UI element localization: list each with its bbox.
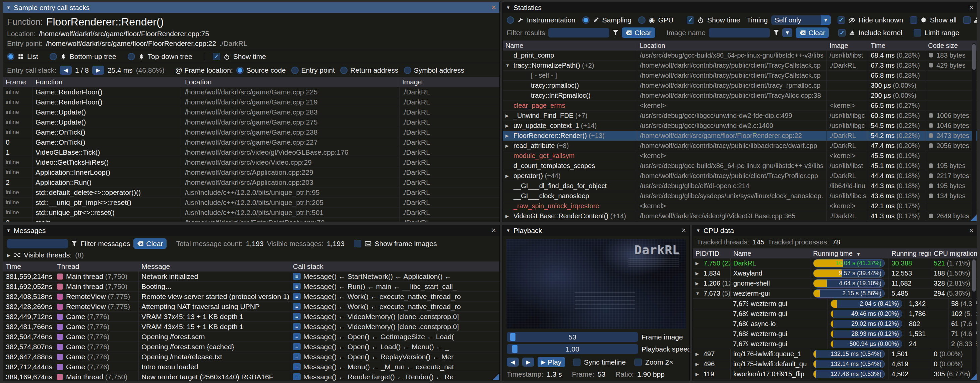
message-row[interactable]: 382,428,269ns RemoteView (7,775) Attempt… [3, 302, 500, 312]
callstack-text[interactable]: Message() ← Menu() ← _M_run ← execute_na… [303, 363, 454, 371]
frame-image-slider[interactable]: 53 [507, 332, 638, 342]
next-stack-button[interactable]: ▶ [92, 66, 104, 74]
cpu-thread-row[interactable]: 7,680 async-io 29.02 ms (0.12%) 802 61 (… [693, 319, 977, 329]
stat-function-name[interactable]: clear_page_erms [514, 102, 565, 109]
stats-table-header[interactable]: Name Location Image Time Code size [503, 41, 977, 51]
callstack-list-icon[interactable]: ≡ [293, 363, 301, 370]
call-stack-frame-row[interactable]: 3 main /home/wolf/darkrl/src/EntryPointP… [3, 218, 500, 222]
message-row[interactable]: 382,504,746ns Game (7,776) Opening /fore… [3, 332, 500, 342]
play-button[interactable]: ▶ Play [538, 357, 565, 367]
call-stack-frame-row[interactable]: 1 VideoGLBase::Tick() /home/wolf/darkrl/… [3, 147, 500, 157]
close-icon[interactable]: × [492, 4, 496, 11]
stat-function-name[interactable]: tracy::InitRpmalloc() [514, 92, 590, 100]
callstack-list-icon[interactable]: ≡ [293, 273, 301, 280]
cpu-thread-row[interactable]: ▶ 7,750 (22) DarkRL 10.04 s (41.37%) 30,… [693, 258, 977, 269]
collapse-caret-icon[interactable]: ▼ [506, 5, 511, 10]
callstack-list-icon[interactable]: ≡ [293, 323, 301, 330]
stat-function-name[interactable]: FloorRenderer::Render() [514, 132, 587, 139]
cpu-scrollbar[interactable] [972, 259, 976, 379]
running-time-bar[interactable]: 49.46 ms (0.20%) [830, 310, 902, 318]
call-stack-frame-row[interactable]: inline std::default_delete<>::operator()… [3, 187, 500, 198]
message-row[interactable]: 382,449,712ns Game (7,776) VRAM 37x45: 1… [3, 312, 500, 322]
running-time-bar[interactable]: 500.94 µs (0.00%) [830, 340, 902, 348]
expander-icon[interactable]: ▶ [695, 362, 703, 367]
instrumentation-radio[interactable] [507, 16, 514, 24]
message-row[interactable]: 382,647,488ns Game (7,776) Opening /meta… [3, 352, 500, 362]
cpu-table-header[interactable]: PID/TID Name Running time ▼ Running regi… [693, 248, 977, 258]
limit-range-checkbox[interactable] [914, 29, 921, 36]
frame-function[interactable]: Application::InnerLoop() [35, 168, 110, 176]
expander-icon[interactable]: ▶ [506, 123, 514, 128]
frame-function[interactable]: std::default_delete<>::operator()() [35, 188, 141, 196]
collapse-caret-icon[interactable]: ▼ [6, 5, 11, 10]
callstack-text[interactable]: Message() ← VideoMemory() [clone .constp… [303, 313, 459, 321]
callstack-text[interactable]: Message() ← Open() ← ReplayVersion() ← M… [303, 353, 453, 361]
frame-function[interactable]: Game::RenderFloor() [35, 98, 103, 106]
stats-row[interactable]: clear_page_erms <kernel> <kernel> 66.5 m… [503, 101, 977, 111]
message-row[interactable]: 382,574,807ns Game (7,776) Opening /fore… [3, 342, 500, 352]
message-row[interactable]: 382,481,766ns Game (7,776) VRAM 43x45: 1… [3, 322, 500, 332]
stats-row[interactable]: d_count_templates_scopes /usr/src/debug/… [503, 161, 977, 171]
running-time-bar[interactable]: 29.02 ms (0.12%) [830, 320, 902, 328]
cpu-thread-row[interactable]: ▶ 119 kworker/u17:0+i915_flip 127.48 ms … [693, 369, 977, 379]
step-back-button[interactable]: ◀ [507, 358, 519, 367]
call-stack-frame-row[interactable]: inline std::__uniq_ptr_impl<>::reset() /… [3, 198, 500, 207]
running-time-bar[interactable]: 132.15 ms (0.54%) [813, 350, 885, 358]
image-filter-dropdown-button[interactable]: ▼ [782, 28, 792, 37]
sort-icon[interactable]: ▼ [856, 252, 861, 257]
frame-function[interactable]: Game::OnTick() [35, 128, 86, 136]
show-time-checkbox[interactable] [687, 16, 694, 24]
stat-function-name[interactable]: d_count_templates_scopes [514, 162, 595, 170]
message-row[interactable]: 381,559,214ns Main thread (7,750) Networ… [3, 272, 500, 282]
stats-scrollbar[interactable] [972, 43, 976, 221]
call-stack-frame-row[interactable]: inline Video::GetTicksHiRes() /home/wolf… [3, 157, 500, 168]
stat-function-name[interactable]: tracy::rpmalloc() [514, 82, 579, 89]
expander-icon[interactable]: ▶ [506, 133, 514, 138]
stats-row[interactable]: ▼ tracy::NormalizePath() (+2) /home/wolf… [503, 60, 977, 71]
expander-icon[interactable]: ▼ [695, 291, 703, 296]
stat-function-name[interactable]: [ - self - ] [514, 72, 557, 79]
call-stack-frame-row[interactable]: inline std::unique_ptr<>::reset() /usr/i… [3, 207, 500, 218]
cpu-thread-row[interactable]: 7,688 wezterm-gui 28.93 ms (0.12%) 1,531… [693, 329, 977, 339]
close-icon[interactable]: × [682, 227, 686, 234]
frame-function[interactable]: std::__uniq_ptr_impl<>::reset() [35, 199, 131, 207]
expander-icon[interactable]: ▶ [695, 261, 703, 266]
include-kernel-checkbox[interactable] [838, 29, 846, 36]
running-time-bar[interactable]: 2.15 s (8.86%) [813, 289, 885, 298]
expander-icon[interactable]: ▶ [506, 173, 514, 179]
stat-function-name[interactable]: module_get_kallsym [514, 152, 574, 160]
callstack-text[interactable]: Message() ← VideoMemory() [clone .constp… [303, 323, 459, 331]
collapse-caret-icon[interactable]: ▼ [696, 228, 700, 233]
expander-icon[interactable]: ▶ [506, 143, 514, 148]
panel-titlebar[interactable]: ▼ Sample entry call stacks × [3, 2, 500, 13]
call-stack-frame-row[interactable]: inline Game::Update() /home/wolf/darkrl/… [3, 107, 500, 117]
callstack-list-icon[interactable]: ≡ [293, 373, 301, 380]
cpu-thread-row[interactable]: ▶ 497 irq/176-iwlwifi:queue_1 132.15 ms … [693, 349, 977, 359]
message-row[interactable]: 382,712,444ns Game (7,776) Intro menu lo… [3, 362, 500, 372]
hide-unknown-checkbox[interactable] [838, 16, 845, 24]
stat-function-name[interactable]: d_print_comp [514, 52, 554, 59]
image-name-input[interactable] [709, 28, 770, 38]
bottom-up-radio[interactable] [49, 53, 57, 60]
callstack-list-icon[interactable]: ≡ [293, 353, 301, 360]
show-frame-images-checkbox[interactable] [354, 240, 361, 247]
call-stack-frame-row[interactable]: 0 Game::OnTick() /home/wolf/darkrl/src/g… [3, 137, 500, 147]
stat-function-name[interactable]: operator() [514, 172, 543, 180]
inlines-checkbox[interactable] [963, 16, 970, 24]
expander-icon[interactable]: ▶ [695, 372, 703, 377]
expander-icon[interactable]: ▶ [695, 271, 703, 276]
sync-timeline-checkbox[interactable] [573, 359, 581, 366]
collapse-caret-icon[interactable]: ▼ [506, 228, 511, 233]
cpu-scrollbar-thumb[interactable] [972, 260, 976, 291]
filter-icon[interactable] [773, 30, 779, 35]
cpu-thread-row[interactable]: 7,673 wezterm-gui 2.04 s (8.41%) 1,342 5… [693, 299, 977, 309]
call-stack-frame-row[interactable]: inline Game::RenderFloor() /home/wolf/da… [3, 97, 500, 107]
frame-function[interactable]: Game::OnTick() [35, 138, 86, 146]
panel-titlebar[interactable]: ▼ Statistics × [503, 2, 977, 13]
message-row[interactable]: 381,692,052ns Main thread (7,750) Bootin… [3, 282, 500, 291]
frame-location-radio[interactable] [340, 66, 348, 74]
close-icon[interactable]: × [969, 4, 974, 11]
filter-icon[interactable] [612, 30, 618, 35]
cpu-thread-row[interactable]: 7,679 wezterm-gui 500.94 µs (0.00%) 24 2… [693, 339, 977, 349]
running-time-bar[interactable]: 9.57 s (39.44%) [813, 269, 885, 277]
